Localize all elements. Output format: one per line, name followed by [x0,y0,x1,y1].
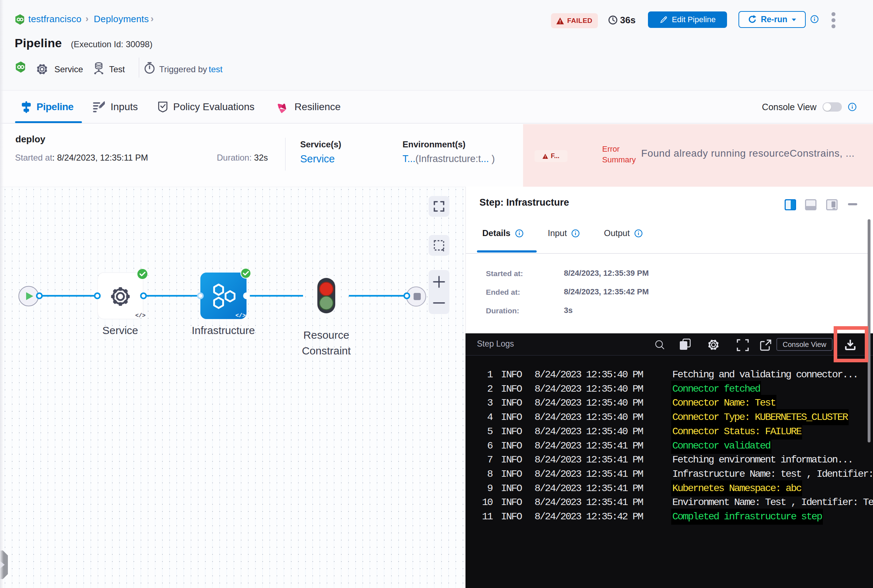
svg-text:</>: </> [236,313,246,319]
svg-text:</>: </> [135,313,146,319]
